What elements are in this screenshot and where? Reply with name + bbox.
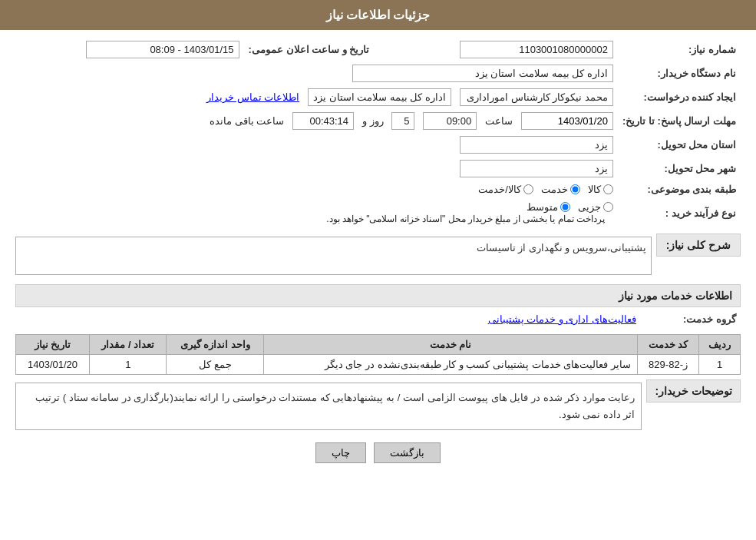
category-radio-khedmat[interactable] xyxy=(570,184,580,194)
services-table-body: 1 ز-82-829 سایر فعالیت‌های خدمات پشتیبان… xyxy=(16,355,741,375)
purchase-label-jozii: جزیی xyxy=(578,201,601,213)
announcement-date-label: تاریخ و ساعت اعلان عمومی: xyxy=(244,38,375,61)
row-deadline: مهلت ارسال پاسخ: تا تاریخ: 1403/01/20 سا… xyxy=(15,109,741,133)
col-date: تاریخ نیاز xyxy=(16,335,90,355)
deadline-date: 1403/01/20 xyxy=(521,112,613,130)
services-table: ردیف کد خدمت نام خدمت واحد اندازه گیری ت… xyxy=(15,334,741,375)
creator-label: ایجاد کننده درخواست: xyxy=(618,85,741,109)
page-wrapper: جزئیات اطلاعات نیاز شماره نیاز: 11030010… xyxy=(0,0,756,540)
services-section-header: اطلاعات خدمات مورد نیاز xyxy=(15,284,741,307)
back-button[interactable]: بازگشت xyxy=(374,442,441,463)
service-group-value[interactable]: فعالیت‌های اداری و خدمات پشتیبانی xyxy=(488,313,636,325)
services-table-header: ردیف کد خدمت نام خدمت واحد اندازه گیری ت… xyxy=(16,335,741,355)
row-buyer-org: نام دستگاه خریدار: اداره کل بیمه سلامت ا… xyxy=(15,61,741,85)
buttons-row: بازگشت چاپ xyxy=(15,442,741,463)
creator-name: محمد نیکوکار کارشناس اموراداری xyxy=(460,88,613,106)
row-creator: ایجاد کننده درخواست: محمد نیکوکار کارشنا… xyxy=(15,85,741,109)
col-unit: واحد اندازه گیری xyxy=(167,335,264,355)
category-label: طبقه بندی موضوعی: xyxy=(618,181,741,198)
col-name: نام خدمت xyxy=(264,335,638,355)
cell-count: 1 xyxy=(90,355,167,375)
cell-name: سایر فعالیت‌های خدمات پشتیبانی کسب و کار… xyxy=(264,355,638,375)
buyer-org-value: اداره کل بیمه سلامت استان یزد xyxy=(352,65,613,82)
service-group-label: گروه خدمت: xyxy=(641,310,741,328)
col-code: کد خدمت xyxy=(637,335,698,355)
buyer-org-label: نام دستگاه خریدار: xyxy=(618,61,741,85)
deadline-remaining-label: ساعت باقی مانده xyxy=(210,115,284,127)
cell-unit: جمع کل xyxy=(167,355,264,375)
row-purchase-type: نوع فرآیند خرید : جزیی متوسط پرداخت xyxy=(15,198,741,227)
category-option-kala-khedmat: کالا/خدمت xyxy=(478,184,533,195)
row-need-number: شماره نیاز: 1103001080000002 تاریخ و ساع… xyxy=(15,38,741,61)
buyer-notes-label: توضیحات خریدار: xyxy=(646,379,741,403)
row-category: طبقه بندی موضوعی: کالا خدمت xyxy=(15,181,741,198)
purchase-label-motavasset: متوسط xyxy=(527,201,558,213)
cell-code: ز-82-829 xyxy=(637,355,698,375)
purchase-type-motavasset: متوسط xyxy=(527,201,570,213)
category-option-kala: کالا xyxy=(588,184,613,195)
cell-row: 1 xyxy=(699,355,741,375)
info-table: شماره نیاز: 1103001080000002 تاریخ و ساع… xyxy=(15,38,741,227)
province-value: یزد xyxy=(460,136,613,154)
need-number-label: شماره نیاز: xyxy=(618,38,741,61)
category-label-kala-khedmat: کالا/خدمت xyxy=(478,184,521,195)
purchase-type-jozii: جزیی xyxy=(578,201,613,213)
description-section-header: شرح کلی نیاز: xyxy=(656,234,741,257)
buyer-notes-value: رعایت موارد ذکر شده در فایل های پیوست ال… xyxy=(15,383,642,430)
city-label: شهر محل تحویل: xyxy=(618,157,741,181)
deadline-time-label: ساعت xyxy=(485,115,513,127)
description-value: پشتیبانی،سرویس و نگهداری از تاسیسات xyxy=(15,237,652,275)
service-group-table: گروه خدمت: فعالیت‌های اداری و خدمات پشتی… xyxy=(15,310,741,328)
need-number-value: 1103001080000002 xyxy=(460,41,613,58)
row-province: استان محل تحویل: یزد xyxy=(15,133,741,157)
col-row: ردیف xyxy=(699,335,741,355)
category-radio-kala[interactable] xyxy=(603,184,613,194)
page-title: جزئیات اطلاعات نیاز xyxy=(326,8,431,22)
main-content: شماره نیاز: 1103001080000002 تاریخ و ساع… xyxy=(0,30,756,480)
announcement-date-value: 1403/01/15 - 08:09 xyxy=(86,41,239,58)
category-option-khedmat: خدمت xyxy=(541,184,580,195)
deadline-label: مهلت ارسال پاسخ: تا تاریخ: xyxy=(618,109,741,133)
deadline-remaining: 00:43:14 xyxy=(292,112,354,130)
purchase-type-note: پرداخت تمام یا بخشی از مبلغ خریدار محل "… xyxy=(326,214,605,224)
purchase-radio-jozii[interactable] xyxy=(603,202,613,212)
purchase-radio-motavasset[interactable] xyxy=(560,202,570,212)
page-header: جزئیات اطلاعات نیاز xyxy=(0,0,756,30)
services-header-row: ردیف کد خدمت نام خدمت واحد اندازه گیری ت… xyxy=(16,335,741,355)
cell-date: 1403/01/20 xyxy=(16,355,90,375)
category-label-kala: کالا xyxy=(588,184,601,195)
province-label: استان محل تحویل: xyxy=(618,133,741,157)
print-button[interactable]: چاپ xyxy=(315,442,366,463)
buyer-notes-section: توضیحات خریدار: رعایت موارد ذکر شده در ف… xyxy=(15,379,741,433)
purchase-type-group: جزیی متوسط xyxy=(20,201,613,213)
col-count: تعداد / مقدار xyxy=(90,335,167,355)
city-value: یزد xyxy=(460,160,613,177)
category-radio-kala-khedmat[interactable] xyxy=(523,184,533,194)
creator-link[interactable]: اطلاعات تماس خریدار xyxy=(206,91,299,103)
table-row: 1 ز-82-829 سایر فعالیت‌های خدمات پشتیبان… xyxy=(16,355,741,375)
row-city: شهر محل تحویل: یزد xyxy=(15,157,741,181)
deadline-time: 09:00 xyxy=(423,112,477,130)
row-service-group: گروه خدمت: فعالیت‌های اداری و خدمات پشتی… xyxy=(15,310,741,328)
purchase-type-label: نوع فرآیند خرید : xyxy=(618,198,741,227)
category-radio-group: کالا خدمت کالا/خدمت xyxy=(20,184,613,195)
creator-org: اداره کل بیمه سلامت استان یزد xyxy=(308,88,451,106)
deadline-days: 5 xyxy=(391,112,414,130)
description-section: شرح کلی نیاز: پشتیبانی،سرویس و نگهداری ا… xyxy=(15,234,741,278)
deadline-days-label: روز و xyxy=(362,115,384,127)
category-label-khedmat: خدمت xyxy=(541,184,568,195)
